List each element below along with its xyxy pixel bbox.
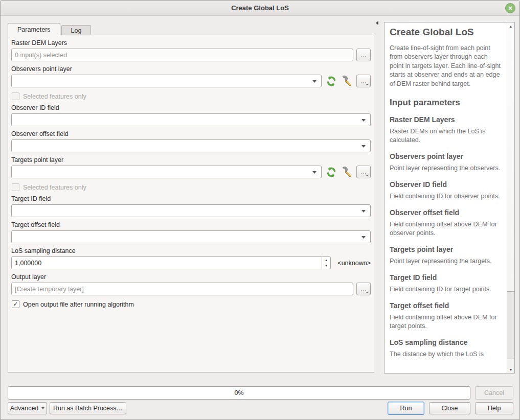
tab-bar: Parameters Log — [8, 23, 91, 35]
target-offset-combobox[interactable] — [11, 230, 371, 243]
cancel-button: Cancel — [475, 386, 513, 400]
observer-id-combobox[interactable] — [11, 113, 371, 126]
scroll-up-icon[interactable]: ▲ — [507, 22, 514, 30]
help-section-text: Point layer representing the targets. — [390, 257, 502, 266]
chevron-down-icon — [361, 119, 366, 122]
sampling-distance-row: ▲ ▼ <unknown> — [11, 256, 371, 269]
sampling-distance-unit: <unknown> — [334, 260, 371, 267]
chevron-down-icon — [361, 145, 366, 148]
observers-layer-row: … — [11, 75, 371, 87]
observers-selected-only-checkbox-row: Selected features only — [12, 92, 371, 100]
spin-down-icon[interactable]: ▼ — [322, 263, 330, 269]
help-section-text: Field containing ID for observer points. — [390, 192, 502, 201]
tab-parameters-label: Parameters — [17, 26, 51, 33]
help-section-text: The distance by which the LoS is — [390, 350, 502, 359]
observer-offset-row — [11, 139, 371, 152]
ellipsis-icon: … — [360, 52, 367, 59]
observers-selected-only-label: Selected features only — [23, 93, 86, 100]
tab-parameters[interactable]: Parameters — [8, 23, 60, 35]
raster-dem-label: Raster DEM Layers — [11, 39, 371, 46]
target-id-combobox[interactable] — [11, 204, 371, 217]
scroll-down-icon[interactable]: ▼ — [507, 366, 514, 373]
window-close-button[interactable]: ✕ — [505, 3, 515, 13]
chevron-down-icon — [312, 171, 316, 174]
help-section-heading: Raster DEM Layers — [390, 115, 502, 124]
close-button[interactable]: Close — [429, 402, 470, 414]
window-title: Create Global LoS — [231, 4, 289, 12]
chevron-down-icon — [312, 80, 316, 83]
wrench-settings-icon[interactable] — [341, 75, 353, 87]
help-title: Create Global LoS — [390, 27, 502, 38]
open-output-label: Open output file after running algorithm — [23, 301, 134, 308]
chevron-down-icon — [41, 407, 44, 409]
close-icon: ✕ — [508, 5, 512, 12]
help-scrollbar[interactable]: ▲ ▼ — [507, 22, 514, 373]
targets-layer-combobox[interactable] — [11, 166, 322, 178]
advanced-button-label: Advanced — [10, 405, 39, 412]
observers-layer-combobox[interactable] — [11, 75, 322, 87]
observers-layer-label: Observers point layer — [11, 65, 371, 73]
checkbox-unchecked-icon — [12, 92, 19, 100]
observer-id-label: Observer ID field — [11, 104, 371, 111]
target-offset-row — [11, 230, 371, 243]
titlebar[interactable]: Create Global LoS ✕ — [1, 1, 519, 16]
targets-layer-row: … — [11, 166, 371, 178]
help-section-heading: Observer offset field — [390, 208, 502, 217]
observers-layer-browse-button[interactable]: … — [356, 75, 371, 87]
cancel-button-label: Cancel — [484, 389, 504, 396]
help-content: Create Global LoS Create line-of-sight f… — [385, 22, 507, 373]
tab-log[interactable]: Log — [61, 25, 92, 35]
help-input-parameters-heading: Input parameters — [390, 98, 502, 108]
close-button-label: Close — [442, 405, 458, 412]
observer-offset-combobox[interactable] — [11, 139, 371, 152]
output-layer-label: Output layer — [11, 273, 371, 281]
output-layer-browse-button[interactable]: … — [356, 283, 371, 295]
targets-selected-only-label: Selected features only — [23, 184, 86, 191]
parameters-panel: Raster DEM Layers … Observers point laye… — [8, 35, 374, 372]
target-offset-label: Target offset field — [11, 221, 371, 228]
help-button[interactable]: Help — [475, 402, 513, 414]
raster-dem-browse-button[interactable]: … — [356, 49, 371, 61]
iterate-over-layer-icon[interactable] — [325, 166, 337, 178]
raster-dem-row: … — [11, 49, 371, 61]
iterate-over-layer-icon[interactable] — [325, 75, 337, 87]
run-button[interactable]: Run — [388, 402, 424, 415]
checkbox-checked-icon[interactable]: ✓ — [12, 300, 19, 308]
help-section-heading: Target offset field — [390, 301, 502, 310]
raster-dem-input[interactable] — [11, 49, 353, 61]
scrollbar-thumb[interactable] — [507, 291, 514, 359]
target-id-label: Target ID field — [11, 195, 371, 202]
open-output-checkbox-row[interactable]: ✓ Open output file after running algorit… — [12, 300, 371, 308]
spin-up-icon[interactable]: ▲ — [322, 257, 330, 263]
chevron-down-icon — [361, 236, 366, 239]
help-description: Create line-of-sight from each point fro… — [390, 44, 502, 88]
targets-layer-label: Targets point layer — [11, 156, 371, 164]
target-id-row — [11, 204, 371, 217]
help-button-label: Help — [488, 405, 501, 412]
chevron-down-icon — [366, 175, 369, 176]
help-section-heading: Observers point layer — [390, 152, 502, 160]
help-section-heading: Targets point layer — [390, 245, 502, 253]
run-as-batch-label: Run as Batch Process… — [53, 405, 123, 412]
observer-offset-label: Observer offset field — [11, 130, 371, 137]
help-panel: Create Global LoS Create line-of-sight f… — [384, 22, 515, 374]
help-section-text: Point layer representing the observers. — [390, 164, 502, 173]
create-global-los-dialog: { "window": { "title": "Create Global Lo… — [0, 0, 520, 420]
chevron-down-icon — [361, 210, 366, 213]
progress-bar: 0% — [8, 386, 470, 400]
sampling-distance-input[interactable] — [12, 257, 322, 269]
progress-label: 0% — [234, 389, 243, 396]
help-section-text: Field containing offset above DEM for ta… — [390, 313, 502, 331]
output-layer-input[interactable] — [11, 283, 353, 295]
run-as-batch-button[interactable]: Run as Batch Process… — [50, 402, 126, 414]
advanced-button[interactable]: Advanced — [8, 402, 47, 414]
chevron-down-icon — [366, 84, 369, 85]
checkbox-unchecked-icon — [12, 183, 19, 191]
sampling-distance-spinbox[interactable]: ▲ ▼ — [11, 256, 331, 269]
help-section-heading: Target ID field — [390, 273, 502, 282]
panel-collapse-left-icon[interactable] — [376, 21, 378, 25]
targets-layer-browse-button[interactable]: … — [356, 166, 371, 178]
observer-id-row — [11, 113, 371, 126]
help-section-heading: Observer ID field — [390, 180, 502, 189]
wrench-settings-icon[interactable] — [341, 166, 353, 178]
